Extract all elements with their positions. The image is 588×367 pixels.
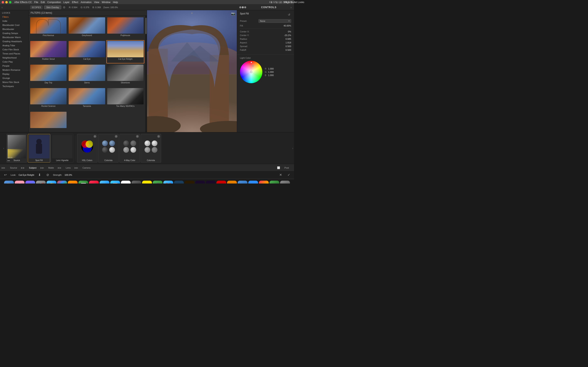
screenshot-icon[interactable]: 📷 [231,12,235,16]
save-button[interactable]: ⬇ [36,172,42,178]
pipeline-right-arrow[interactable]: › [291,147,294,150]
filter-greyhound[interactable]: Greyhound [68,17,106,40]
menu-effect[interactable]: Effect [72,1,78,4]
dock-numbers[interactable]: 📊 [78,181,88,184]
menu-view[interactable]: View [94,1,99,4]
minimize-button[interactable] [5,1,8,3]
settings-icon[interactable]: ⚙ [63,6,66,9]
no-look-button[interactable]: ⊘ [45,172,51,178]
close-button[interactable] [2,1,4,3]
filter-sierra[interactable]: Sierra [68,64,106,87]
tab-subject[interactable]: Subject [26,166,40,170]
sidebar-item-grading-headstarts[interactable]: Grading Headstarts [0,39,28,43]
menu-file[interactable]: File [34,1,38,4]
sidebar-item-blockbuster-cool[interactable]: Blockbuster Cool [0,23,28,27]
sidebar-item-grunge[interactable]: Grunge [0,76,28,80]
close-button[interactable]: ✕ [278,172,283,178]
dock-trash[interactable]: 🗑 [280,181,290,184]
filter-day-trip[interactable]: Day Trip [29,64,67,87]
four-way-node[interactable]: ✕ 4-Way Color [120,134,140,162]
sidebar-item-color-play[interactable]: Color Play [0,60,28,64]
sidebar-item-modern-romance[interactable]: Modern Romance [0,68,28,72]
dock-photoshop[interactable]: Ps [174,181,184,184]
sidebar-item-filters[interactable]: Filters [0,15,28,19]
dock-slides[interactable]: S [227,181,237,184]
dock-pencil[interactable]: ✏️ [68,181,78,184]
hsl-colors-node[interactable]: ✕ HSL Colors [77,134,97,162]
preview-dropdown-icon[interactable]: ▼ [191,12,193,15]
dock-illustrator[interactable]: Ai [185,181,194,184]
confirm-button[interactable]: ✓ [286,172,292,178]
menu-edit[interactable]: Edit [41,1,45,4]
center-x-value[interactable]: 0% [288,30,291,33]
colorista2-node[interactable]: ✕ Colorista [141,134,161,162]
tab-source[interactable]: Source [7,166,21,170]
dock-keynote[interactable]: 📋 [100,181,109,184]
menu-window[interactable]: Window [102,1,111,4]
tab-camera[interactable]: Camera [79,166,94,170]
spread-value[interactable]: 0.500 [285,45,291,48]
dock-appstore[interactable]: 🅰 [110,181,120,184]
tab-matte[interactable]: Matte [45,166,58,170]
dock-finder[interactable]: 🔍 [4,181,14,184]
sidebar-item-color-film-stock[interactable]: Color Film Stock [0,48,28,52]
dock-copy[interactable]: ✂️ [163,181,173,184]
sidebar-item-techniques[interactable]: Techniques [0,84,28,88]
tab-post[interactable]: Post [281,166,292,170]
dock-cinema4d[interactable]: C4D [238,181,247,184]
menu-layer[interactable]: Layer [63,1,70,4]
tab-lens[interactable]: Lens [62,166,74,170]
dock-chrome[interactable]: 🌐 [57,181,67,184]
filter-cat-eye[interactable]: Cat Eye [68,40,106,63]
sidebar-item-times-and-places[interactable]: Times and Places [0,52,28,56]
sidebar-item-analog-tribe[interactable]: Analog Tribe [0,43,28,48]
dock-petal[interactable]: 🌸 [15,181,25,184]
reset-button[interactable]: ↺ [287,13,291,17]
skin-overlay-button[interactable]: Skin Overlay [44,6,61,9]
colorista1-node[interactable]: ✕ Colorista [98,134,119,162]
sidebar-item-replay[interactable]: Replay [0,72,28,76]
maximize-button[interactable] [9,1,11,3]
sidebar-item-mono-film-stock[interactable]: Mono Film Stock [0,80,28,84]
sidebar-item-neighborhood[interactable]: Neighborhood [0,56,28,60]
center-y-value[interactable]: -20.2% [284,34,291,36]
empty-node[interactable]: ✕ Lens Vignette [51,134,73,162]
aspect-value[interactable]: 1.818 [285,42,291,44]
filter-first-avenue[interactable]: First Avenue [29,17,67,40]
filter-tanzania[interactable]: Tanzania [68,87,106,110]
source-node[interactable]: Source sRGB ▶▶ [7,134,27,162]
filter-too-many-seatacs[interactable]: Too Many SEATACs [106,87,144,110]
sidebar-toggle-left[interactable]: ‹ [2,6,3,9]
scrollbar-thumb[interactable] [145,18,147,34]
filter-pulphouse[interactable]: Pulphouse [106,17,144,40]
preset-select[interactable]: None [259,19,291,23]
sidebar-item-people[interactable]: People [0,64,28,68]
undo-button[interactable]: ↩ [2,172,8,178]
dock-files[interactable]: 📁 [131,181,141,184]
sidebar-toggle-right[interactable]: › [291,6,292,9]
radius-value[interactable]: 0.685 [285,38,291,40]
dock-premiere[interactable]: Pr [206,181,216,184]
dock-acrobat[interactable]: A [216,181,226,184]
spot-fill-node[interactable]: ✕ Spot Fill [28,134,50,162]
sidebar-item-blockbuster[interactable]: Blockbuster [0,27,28,31]
pipeline-left-arrow[interactable]: ‹ [2,132,6,164]
fill-value[interactable]: 40.00% [284,25,291,27]
falloff-value[interactable]: 0.500 [285,49,291,51]
dock-gb[interactable]: 🎧 [153,181,163,184]
dock-after-effects[interactable]: Ae [195,181,205,184]
sidebar-item-grading-setups[interactable]: Grading Setups [0,31,28,35]
menu-help[interactable]: Help [113,1,118,4]
dock-launchpad[interactable]: 🚀 [36,181,46,184]
dock-itunes[interactable]: 🎵 [89,181,99,184]
dock-kakao[interactable]: 💬 [142,181,152,184]
filters-scrollbar[interactable] [145,16,147,132]
filter-rubber-seoul[interactable]: Rubber Seoul [29,40,67,63]
dock-vuze[interactable]: V [269,181,279,184]
sidebar-item-blockbuster-warm[interactable]: Blockbuster Warm [0,35,28,39]
dock-safari[interactable]: 🧭 [47,181,56,184]
dock-photos[interactable]: 📷 [259,181,269,184]
filter-rocket-science[interactable]: Rocket Science [29,87,67,110]
filter-scroll-more[interactable] [29,111,67,131]
scopes-button[interactable]: SCOPES [30,6,43,9]
